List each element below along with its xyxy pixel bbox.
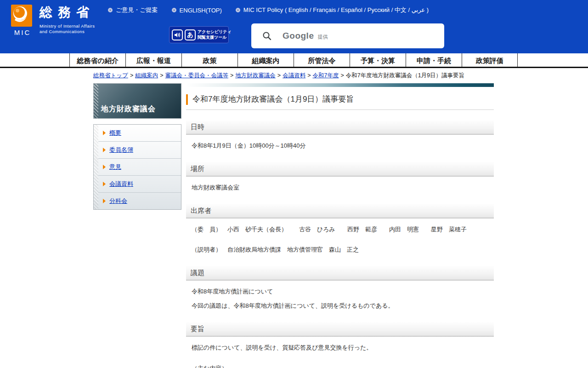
- triangle-bullet-icon: [103, 199, 106, 203]
- triangle-bullet-icon: [103, 131, 106, 135]
- search-provided-label: 提供: [317, 34, 328, 40]
- breadcrumb-separator: >: [340, 72, 344, 79]
- mic-logo-icon: [11, 5, 32, 27]
- section-heading-attendees: 出席者: [186, 204, 494, 218]
- accessibility-a-icon: あ: [185, 29, 196, 40]
- sidebar-item-members[interactable]: 委員名簿: [98, 142, 181, 159]
- section-heading-agenda: 議題: [186, 266, 494, 281]
- nav-item-policy[interactable]: 政策: [181, 53, 237, 67]
- main-content: 令和7年度地方財政審議会（1月9日）議事要旨 日時 令和8年1月9日（金）10時…: [186, 83, 494, 368]
- section-body-place: 地方財政審議会室: [186, 177, 494, 194]
- attendees-members: （委 員） 小西 砂千夫（会長） 古谷 ひろみ 西野 範彦 内田 明憲 星野 菜…: [192, 225, 492, 235]
- search-icon: [262, 31, 271, 40]
- breadcrumb-separator: >: [130, 72, 133, 79]
- ict-policy-link[interactable]: MIC ICT Policy ( English / Français / Es…: [236, 6, 429, 14]
- section-body-datetime: 令和8年1月9日（金）10時00分～10時40分: [186, 135, 494, 152]
- breadcrumb-link-materials[interactable]: 会議資料: [283, 72, 305, 79]
- section-body-attendees: （委 員） 小西 砂千夫（会長） 古谷 ひろみ 西野 範彦 内田 明憲 星野 菜…: [186, 218, 494, 256]
- google-brand-label: Google: [283, 31, 314, 41]
- circle-bullet-icon: [172, 8, 176, 12]
- sidebar-item-materials[interactable]: 会議資料: [98, 176, 181, 193]
- english-link[interactable]: ENGLISH(TOP): [172, 7, 222, 14]
- datetime-text: 令和8年1月9日（金）10時00分～10時40分: [192, 141, 492, 151]
- agenda-title: 令和8年度地方債計画について: [192, 287, 492, 297]
- mic-logo[interactable]: MIC 総務省 Ministry of Internal Affairs and…: [11, 5, 95, 36]
- breadcrumb-link-councils[interactable]: 審議会・委員会・会議等: [165, 72, 229, 79]
- summary-intro: 標記の件について、説明を受け、質疑応答及び意見交換を行った。: [192, 343, 492, 353]
- summary-main-contents-label: （主な内容）: [192, 364, 492, 368]
- site-header: MIC 総務省 Ministry of Internal Affairs and…: [0, 0, 588, 53]
- page-title-block: 令和7年度地方財政審議会（1月9日）議事要旨: [186, 94, 494, 110]
- sidebar: 地方財政審議会 概要 委員名簿 意見 会議資料 分科会: [93, 83, 181, 210]
- sidebar-menu: 概要 委員名簿 意見 会議資料 分科会: [93, 124, 181, 210]
- section-heading-datetime: 日時: [186, 120, 494, 135]
- breadcrumb: 総務省トップ>組織案内>審議会・委員会・会議等>地方財政審議会>会議資料>令和7…: [0, 68, 588, 81]
- breadcrumb-separator: >: [230, 72, 233, 79]
- triangle-bullet-icon: [103, 148, 106, 152]
- breadcrumb-link-year[interactable]: 令和7年度: [312, 72, 339, 79]
- sidebar-item-subcommittee[interactable]: 分科会: [98, 193, 181, 209]
- sidebar-title: 地方財政審議会: [101, 104, 156, 114]
- speaker-icon: [172, 29, 183, 40]
- nav-item-evaluation[interactable]: 政策評価: [462, 53, 518, 67]
- section-heading-summary: 要旨: [186, 322, 494, 337]
- breadcrumb-link-home[interactable]: 総務省トップ: [93, 72, 128, 79]
- breadcrumb-separator: >: [277, 72, 281, 79]
- sidebar-item-overview[interactable]: 概要: [98, 125, 181, 142]
- sidebar-item-opinions[interactable]: 意見: [98, 159, 181, 176]
- agenda-description: 今回の議題は、令和8年度地方債計画について、説明を受けるものである。: [192, 301, 492, 311]
- breadcrumb-separator: >: [160, 72, 163, 79]
- triangle-bullet-icon: [103, 182, 106, 186]
- nav-item-about[interactable]: 総務省の紹介: [69, 53, 125, 67]
- breadcrumb-link-council[interactable]: 地方財政審議会: [235, 72, 276, 79]
- breadcrumb-current: 令和7年度地方財政審議会（1月9日）議事要旨: [346, 72, 464, 79]
- page-title: 令和7年度地方財政審議会（1月9日）議事要旨: [186, 94, 494, 105]
- ministry-title: 総務省: [40, 6, 95, 20]
- mic-logo-text: MIC: [11, 29, 34, 36]
- nav-item-laws[interactable]: 所管法令: [294, 53, 350, 67]
- site-search-input[interactable]: Google 提供: [251, 23, 444, 48]
- content-top-gradient-bar: [186, 83, 494, 87]
- breadcrumb-link-organization[interactable]: 組織案内: [135, 72, 158, 79]
- accessibility-tool-label: アクセシビリティ 閲覧支援ツール: [198, 29, 232, 40]
- breadcrumb-separator: >: [307, 72, 311, 79]
- attendees-presenters: （説明者） 自治財政局地方債課 地方債管理官 森山 正之: [192, 245, 492, 255]
- header-links: ご意見・ご提案 ENGLISH(TOP) MIC ICT Policy ( En…: [108, 6, 429, 14]
- place-text: 地方財政審議会室: [192, 183, 492, 193]
- nav-item-budget[interactable]: 予算・決算: [350, 53, 406, 67]
- section-body-summary: 標記の件について、説明を受け、質疑応答及び意見交換を行った。 （主な内容） ○公…: [186, 337, 494, 368]
- triangle-bullet-icon: [103, 165, 106, 169]
- sidebar-header: 地方財政審議会: [93, 83, 181, 119]
- section-body-agenda: 令和8年度地方債計画について 今回の議題は、令和8年度地方債計画について、説明を…: [186, 281, 494, 312]
- nav-item-press[interactable]: 広報・報道: [125, 53, 181, 67]
- accessibility-tool-button[interactable]: あ アクセシビリティ 閲覧支援ツール: [169, 26, 229, 43]
- section-heading-place: 場所: [186, 162, 494, 177]
- feedback-link[interactable]: ご意見・ご提案: [108, 6, 158, 14]
- global-nav: 総務省の紹介 広報・報道 政策 組織案内 所管法令 予算・決算 申請・手続 政策…: [0, 53, 588, 68]
- nav-item-organization[interactable]: 組織案内: [237, 53, 294, 67]
- content-area: 地方財政審議会 概要 委員名簿 意見 会議資料 分科会: [0, 83, 588, 368]
- ministry-subtitle: Ministry of Internal Affairs and Communi…: [40, 23, 95, 35]
- nav-item-procedures[interactable]: 申請・手続: [406, 53, 462, 67]
- circle-bullet-icon: [236, 8, 240, 12]
- circle-bullet-icon: [108, 8, 113, 12]
